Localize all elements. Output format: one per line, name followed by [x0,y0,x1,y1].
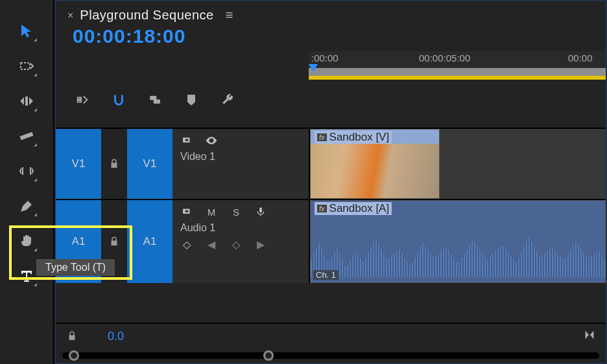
audio-track-label: Audio 1 [180,222,301,234]
video-target-toggle[interactable]: V1 [127,129,173,199]
audio-clip-name: Sandbox [A] [329,202,390,215]
tool-palette [0,0,54,364]
linked-selection-icon[interactable] [147,91,163,108]
track-visibility-eye-icon[interactable] [205,134,218,147]
pen-tool[interactable] [15,194,38,218]
audio-clip[interactable]: fxSandbox [A] Ch. 1 [310,200,606,283]
settings-wrench-icon[interactable] [219,91,236,108]
video-track-media[interactable]: fxSandbox [V] [309,129,606,199]
track-area: V1 V1 Video 1 fxSandbox [V] [56,128,606,323]
video-track-row: V1 V1 Video 1 fxSandbox [V] [56,128,606,199]
video-track-lock[interactable] [101,129,127,199]
voiceover-mic-icon[interactable] [254,205,267,218]
keyframe-diamond-icon[interactable]: ◇ [180,238,193,251]
video-source-patch[interactable]: V1 [56,129,101,199]
audio-track-media[interactable]: fxSandbox [A] Ch. 1 [309,200,606,283]
ruler-bar[interactable] [309,68,606,80]
timeline-footer: 0.0 [56,323,606,348]
close-tab-icon[interactable]: × [67,10,73,21]
sequence-title[interactable]: Playground Sequence [80,8,213,23]
type-tool[interactable] [15,264,38,288]
solo-button[interactable]: S [230,205,243,218]
zoom-value[interactable]: 0.0 [108,330,124,343]
time-ruler[interactable]: :00:00 00:00:05:00 00:00 [309,51,606,68]
audio-track-row: A1 A1 M S Audio 1 ◇ ◀ ◇ [56,199,606,283]
video-clip[interactable]: fxSandbox [V] [310,129,440,199]
panel-header: × Playground Sequence ≡ [56,1,606,24]
timeline-controls [56,80,309,128]
ripple-edit-tool[interactable] [15,89,38,113]
fx-badge-icon: fx [317,133,327,141]
work-area-bar[interactable] [309,76,606,80]
add-keyframe-icon[interactable]: ◇ [230,238,243,251]
zoom-handle-right[interactable] [263,350,274,361]
razor-tool[interactable] [15,124,38,148]
collapse-tracks-icon[interactable] [582,328,599,345]
audio-target-toggle[interactable]: A1 [127,200,173,283]
ruler-tick: :00:00 [311,52,339,63]
sync-lock-icon[interactable] [180,205,193,218]
selection-tool[interactable] [15,19,38,43]
clip-thumbnail [311,144,439,198]
type-tool-tooltip: Type Tool (T) [36,259,115,276]
time-ruler-row: :00:00 00:00:05:00 00:00 [56,51,606,80]
timeline-panel: × Playground Sequence ≡ 00:00:18:00 :00:… [54,0,607,364]
svg-rect-3 [185,139,189,141]
track-select-forward-tool[interactable] [15,54,38,78]
current-timecode[interactable]: 00:00:18:00 [56,24,606,51]
fx-badge-icon: fx [317,205,327,212]
mute-button[interactable]: M [205,205,218,218]
marker-icon[interactable] [183,91,200,108]
slip-tool[interactable] [15,159,38,183]
next-keyframe-icon[interactable]: ▶ [254,238,267,251]
playhead-icon[interactable] [309,64,318,72]
snap-icon[interactable] [110,91,127,108]
video-track-header: Video 1 [173,129,309,199]
video-clip-name: Sandbox [V] [329,131,390,144]
waveform [311,233,605,277]
sync-lock-icon[interactable] [180,134,193,147]
audio-track-header: M S Audio 1 ◇ ◀ ◇ ▶ [173,200,309,283]
hand-tool[interactable] [15,229,38,253]
ruler-tick: 00:00:05:00 [419,52,470,63]
footer-lock-icon[interactable] [62,330,82,342]
svg-rect-5 [185,210,189,212]
channel-label: Ch. 1 [313,270,339,280]
svg-rect-1 [20,132,34,140]
insert-overwrite-icon[interactable] [74,91,91,108]
prev-keyframe-icon[interactable]: ◀ [205,238,218,251]
zoom-scrollbar[interactable] [56,348,606,363]
svg-rect-0 [21,63,30,69]
panel-menu-icon[interactable]: ≡ [226,8,233,23]
zoom-handle-left[interactable] [69,350,79,361]
video-track-label: Video 1 [180,151,301,163]
ruler-tick: 00:00 [568,52,593,63]
